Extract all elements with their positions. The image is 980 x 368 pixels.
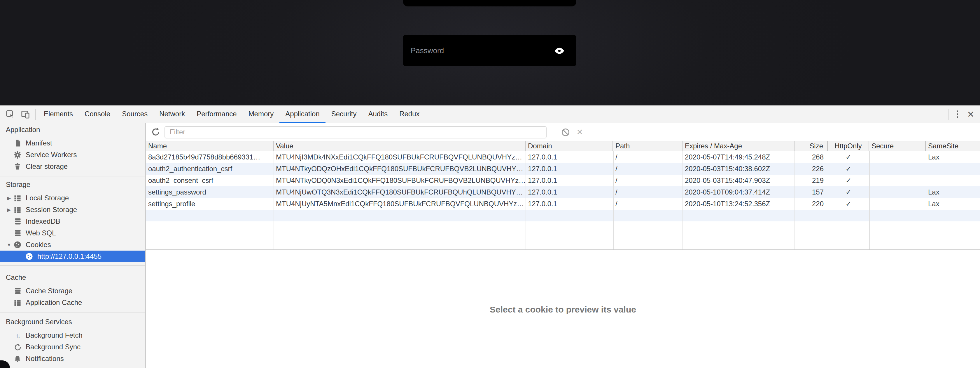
tab-memory[interactable]: Memory (243, 106, 280, 123)
password-field[interactable] (403, 35, 576, 66)
sidebar-item-local-storage[interactable]: ▶ Local Storage (0, 192, 145, 204)
column-separator[interactable] (274, 151, 274, 250)
tab-application[interactable]: Application (279, 106, 325, 123)
inspect-element-icon[interactable] (2, 107, 18, 122)
cell-path: / (613, 163, 682, 174)
cell-domain: 127.0.0.1 (526, 174, 613, 186)
cell-expires: 2020-05-03T15:40:47.903Z (682, 174, 794, 186)
column-separator[interactable] (828, 151, 828, 250)
cell-name: 8a3d27185b49d7758d8bb669331… (146, 151, 274, 163)
tabbar-separator (948, 109, 948, 120)
column-header-samesite[interactable]: SameSite (926, 141, 980, 151)
column-separator[interactable] (613, 151, 614, 250)
cell-samesite: Lax (926, 151, 980, 163)
cookies-pane: ✕ Name Value Domain Path Expires / Max-A… (146, 123, 980, 368)
cell-value: MTU4NTkyODQ0N3xEdi1CQkFFQ180SUFBUkFCRUFB… (274, 174, 526, 186)
cell-value: MTU4NjI3MDk4NXxEdi1CQkFFQ180SUFBUkFCRUFB… (274, 151, 526, 163)
table-row[interactable]: 8a3d27185b49d7758d8bb669331…MTU4NjI3MDk4… (146, 151, 980, 163)
column-header-domain[interactable]: Domain (526, 141, 613, 151)
cell-size: 157 (794, 186, 828, 198)
show-password-eye-icon[interactable] (554, 46, 565, 54)
tab-performance[interactable]: Performance (191, 106, 242, 123)
column-separator[interactable] (526, 151, 526, 250)
sidebar-item-label: Cookies (25, 241, 51, 249)
cell-expires: 2020-05-03T15:40:38.602Z (682, 163, 794, 174)
password-field-container (403, 35, 576, 66)
cell-name: settings_profile (146, 198, 274, 210)
sidebar-item-notifications[interactable]: Notifications (0, 353, 145, 365)
column-header-httponly[interactable]: HttpOnly (828, 141, 869, 151)
sidebar-item-application-cache[interactable]: Application Cache (0, 297, 145, 309)
column-separator[interactable] (869, 151, 870, 250)
sidebar-item-clear-storage[interactable]: Clear storage (0, 161, 145, 172)
collapse-arrow-icon[interactable]: ▼ (5, 242, 13, 247)
devtools-panel: Elements Console Sources Network Perform… (0, 105, 980, 368)
column-header-name[interactable]: Name (146, 141, 274, 151)
tab-network[interactable]: Network (153, 106, 191, 123)
column-separator[interactable] (926, 151, 926, 250)
table-icon (13, 205, 22, 214)
cell-secure (869, 151, 926, 163)
tab-audits[interactable]: Audits (362, 106, 393, 123)
sidebar-item-label: Session Storage (25, 206, 77, 214)
device-toolbar-icon[interactable] (18, 107, 33, 122)
tab-elements[interactable]: Elements (38, 106, 79, 123)
table-row[interactable]: settings_profileMTU4NjUyNTA5MnxEdi1CQkFF… (146, 198, 980, 210)
sidebar-item-cache-storage[interactable]: Cache Storage (0, 285, 145, 297)
cell-path: / (613, 151, 682, 163)
sidebar-item-service-workers[interactable]: Service Workers (0, 149, 145, 161)
sidebar-item-label: Cache Storage (25, 287, 72, 295)
table-row[interactable]: settings_passwordMTU4NjUwOTQ3N3xEdi1CQkF… (146, 186, 980, 198)
cookie-icon (13, 240, 22, 250)
column-header-secure[interactable]: Secure (869, 141, 926, 151)
sidebar-item-background-sync[interactable]: Background Sync (0, 341, 145, 353)
cell-secure (869, 163, 926, 174)
column-header-value[interactable]: Value (274, 141, 526, 151)
sidebar-item-session-storage[interactable]: ▶ Session Storage (0, 204, 145, 216)
database-icon (13, 217, 22, 226)
sidebar-item-web-sql[interactable]: Web SQL (0, 227, 145, 239)
column-separator[interactable] (794, 151, 795, 250)
table-row[interactable]: oauth2_authentication_csrfMTU4NTkyODQzOH… (146, 163, 980, 174)
sidebar-item-cookie-origin[interactable]: http://127.0.0.1:4455 (0, 251, 145, 262)
cookie-table-body: 8a3d27185b49d7758d8bb669331…MTU4NjI3MDk4… (146, 151, 980, 250)
sidebar-item-background-fetch[interactable]: ↑↓ Background Fetch (0, 330, 145, 341)
close-devtools-icon[interactable]: ✕ (964, 107, 978, 121)
column-separator[interactable] (682, 151, 683, 250)
column-header-size[interactable]: Size (794, 141, 828, 151)
sidebar-item-manifest[interactable]: Manifest (0, 137, 145, 149)
sidebar-item-label: Clear storage (25, 162, 68, 171)
tab-security[interactable]: Security (326, 106, 363, 123)
table-row[interactable]: oauth2_consent_csrfMTU4NTkyODQ0N3xEdi1CQ… (146, 174, 980, 186)
sidebar-divider (0, 312, 145, 312)
cell-secure (869, 198, 926, 210)
bell-icon (13, 354, 22, 363)
expand-arrow-icon[interactable]: ▶ (5, 207, 13, 212)
cell-domain: 127.0.0.1 (526, 163, 613, 174)
table-icon (13, 298, 22, 307)
devtools-menu-icon[interactable] (951, 108, 964, 121)
tab-sources[interactable]: Sources (116, 106, 153, 123)
filter-input[interactable] (164, 126, 547, 138)
sidebar-divider (0, 265, 145, 266)
refresh-icon[interactable] (151, 127, 161, 137)
trash-icon (13, 162, 22, 171)
only-blocked-cookies-icon[interactable] (561, 128, 570, 136)
sidebar-item-cookies[interactable]: ▼ Cookies (0, 239, 145, 251)
column-header-expires[interactable]: Expires / Max-Age (682, 141, 794, 151)
sidebar-item-label: Notifications (25, 355, 64, 363)
section-header-background-services: Background Services (0, 317, 145, 326)
column-header-path[interactable]: Path (613, 141, 682, 151)
sidebar-item-label: Web SQL (25, 229, 56, 237)
tab-redux[interactable]: Redux (393, 106, 425, 123)
expand-arrow-icon[interactable]: ▶ (5, 195, 13, 201)
clear-filter-icon[interactable]: ✕ (576, 127, 583, 137)
tab-console[interactable]: Console (79, 106, 116, 123)
cell-path: / (613, 186, 682, 198)
cell-httponly: ✓ (828, 151, 869, 163)
cell-expires: 2020-05-10T13:24:52.356Z (682, 198, 794, 210)
cell-path: / (613, 174, 682, 186)
email-field[interactable] (403, 0, 576, 6)
sidebar-item-indexeddb[interactable]: IndexedDB (0, 216, 145, 227)
cell-value: MTU4NTkyODQzOHxEdi1CQkFFQ180SUFBUkFCRUFB… (274, 163, 526, 174)
